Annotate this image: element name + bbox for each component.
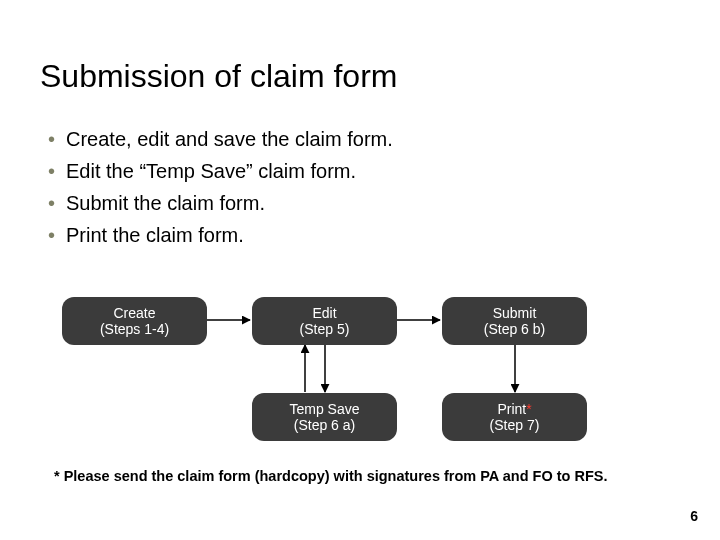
connectors xyxy=(0,0,720,540)
slide: Submission of claim form Create, edit an… xyxy=(0,0,720,540)
footnote: * Please send the claim form (hardcopy) … xyxy=(54,468,608,484)
page-number: 6 xyxy=(690,508,698,524)
